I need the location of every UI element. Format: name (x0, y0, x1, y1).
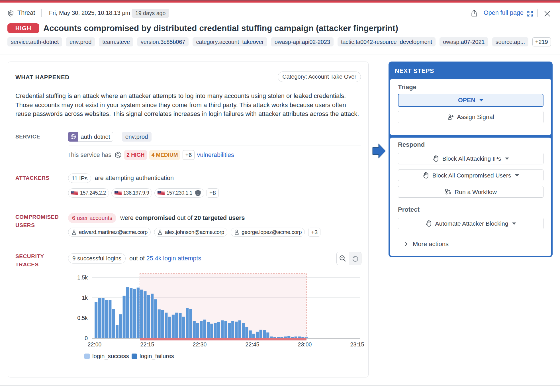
svg-text:22:00: 22:00 (88, 341, 102, 348)
svg-text:22:30: 22:30 (193, 341, 207, 348)
svg-text:1.5k: 1.5k (77, 274, 88, 281)
svg-text:login_success: login_success (92, 353, 129, 360)
svg-text:0: 0 (85, 335, 88, 341)
svg-text:login_failures: login_failures (140, 353, 174, 360)
svg-text:0.5k: 0.5k (77, 315, 88, 321)
svg-text:22:45: 22:45 (246, 341, 259, 348)
svg-text:1k: 1k (82, 295, 88, 301)
svg-text:22:15: 22:15 (140, 341, 154, 348)
svg-text:23:00: 23:00 (298, 341, 312, 348)
svg-text:23:15: 23:15 (350, 341, 364, 348)
